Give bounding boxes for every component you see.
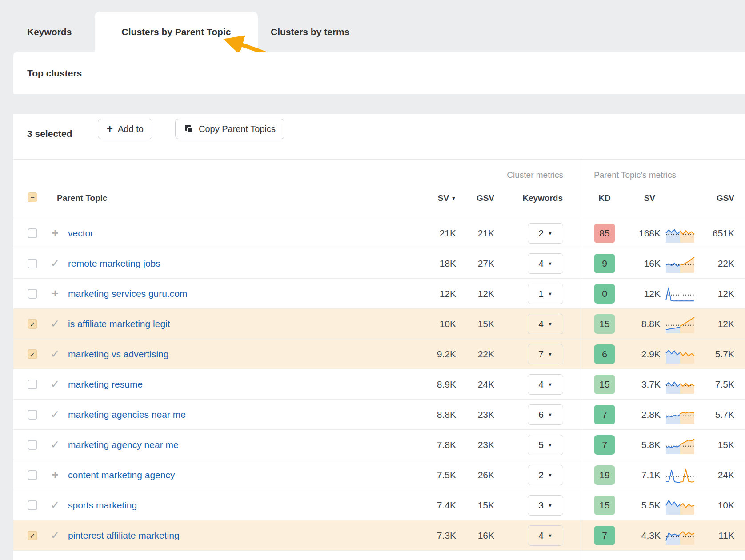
row-checkbox[interactable]: ✓ xyxy=(28,531,37,540)
keywords-count: 3 xyxy=(538,500,544,511)
parent-topic-link[interactable]: marketing agencies near me xyxy=(68,400,186,429)
keywords-count: 1 xyxy=(538,288,544,299)
selected-count: 3 selected xyxy=(27,128,72,139)
parent-gsv-value: 12K xyxy=(682,309,734,339)
copy-icon xyxy=(184,124,194,134)
parent-topic-link[interactable]: sports marketing xyxy=(68,490,137,520)
cluster-gsv-value: 27K xyxy=(445,248,494,278)
row-checkbox[interactable] xyxy=(28,440,37,450)
tab-keywords[interactable]: Keywords xyxy=(27,27,72,37)
keywords-dropdown[interactable]: 2 ▼ xyxy=(528,465,563,485)
parent-topic-link[interactable]: vector xyxy=(68,218,93,248)
parent-topic-link[interactable]: pinterest affiliate marketing xyxy=(68,520,180,550)
parent-topic-link[interactable]: remote marketing jobs xyxy=(68,248,160,278)
minus-icon: − xyxy=(30,194,34,201)
parent-topic-link[interactable]: is affiliate marketing legit xyxy=(68,309,170,339)
table-row: ✓ marketing agencies near me 8.8K 23K 6 … xyxy=(13,399,745,429)
keywords-dropdown[interactable]: 2 ▼ xyxy=(528,223,563,244)
tab-label: Clusters by Parent Topic xyxy=(122,27,231,37)
parent-gsv-value: 10K xyxy=(682,490,734,520)
keywords-count: 4 xyxy=(538,530,544,541)
check-icon[interactable]: ✓ xyxy=(48,248,62,278)
copy-parent-topics-button[interactable]: Copy Parent Topics xyxy=(175,119,284,139)
table-row: + content marketing agency 7.5K 26K 2 ▼ … xyxy=(13,460,745,490)
table-row: ✓ ✓ is affiliate marketing legit 10K 15K… xyxy=(13,308,745,339)
keywords-count: 7 xyxy=(538,349,544,360)
bulk-actions-toolbar: 3 selected + Add to Copy Parent Topics xyxy=(13,114,745,159)
column-header-kd[interactable]: KD xyxy=(594,193,615,203)
row-checkbox[interactable] xyxy=(28,289,37,299)
keywords-dropdown[interactable]: 7 ▼ xyxy=(528,344,563,364)
keywords-dropdown[interactable]: 4 ▼ xyxy=(528,253,563,274)
keywords-count: 4 xyxy=(538,319,544,329)
sort-desc-icon: ▼ xyxy=(451,196,456,201)
keywords-dropdown[interactable]: 5 ▼ xyxy=(528,435,563,455)
check-icon[interactable]: ✓ xyxy=(48,400,62,429)
keywords-dropdown[interactable]: 6 ▼ xyxy=(528,404,563,425)
column-header-parent-sv[interactable]: SV xyxy=(644,193,655,203)
metrics-divider xyxy=(580,159,580,560)
check-icon[interactable]: ✓ xyxy=(48,520,62,550)
cluster-gsv-value: 26K xyxy=(445,460,494,490)
parent-gsv-value: 12K xyxy=(682,279,734,308)
dropdown-arrow-icon: ▼ xyxy=(548,442,553,448)
page: Keywords Clusters by Parent Topic Cluste… xyxy=(0,0,745,560)
parent-topic-link[interactable]: content marketing agency xyxy=(68,460,175,490)
keywords-dropdown[interactable]: 4 ▼ xyxy=(528,374,563,395)
table-row: ✓ ✓ pinterest affiliate marketing 7.3K 1… xyxy=(13,520,745,550)
dropdown-arrow-icon: ▼ xyxy=(548,503,553,508)
row-checkbox[interactable] xyxy=(28,470,37,480)
tab-clusters-by-terms[interactable]: Clusters by terms xyxy=(271,27,349,37)
check-icon[interactable]: ✓ xyxy=(48,339,62,369)
cluster-gsv-value: 22K xyxy=(445,339,494,369)
table-row: ✓ sports marketing 7.4K 15K 3 ▼ 15 5.5K … xyxy=(13,490,745,520)
keywords-dropdown[interactable]: 1 ▼ xyxy=(528,284,563,304)
add-to-button[interactable]: + Add to xyxy=(98,119,152,139)
keywords-dropdown[interactable]: 3 ▼ xyxy=(528,495,563,516)
cluster-gsv-value: 16K xyxy=(445,520,494,550)
parent-sv-value: 4.3K xyxy=(612,520,661,550)
column-header-parent-gsv[interactable]: GSV xyxy=(717,193,734,203)
parent-topic-link[interactable]: marketing services guru.com xyxy=(68,279,187,308)
keywords-count: 4 xyxy=(538,379,544,390)
sv-label: SV xyxy=(438,193,449,203)
parent-sv-value: 168K xyxy=(612,218,661,248)
keywords-count: 6 xyxy=(538,409,544,420)
dropdown-arrow-icon: ▼ xyxy=(548,231,553,236)
table-row: + marketing services guru.com 12K 12K 1 … xyxy=(13,278,745,308)
select-all-checkbox[interactable]: − xyxy=(28,192,37,202)
tab-clusters-by-parent-topic[interactable]: Clusters by Parent Topic xyxy=(95,12,258,52)
check-icon[interactable]: ✓ xyxy=(48,430,62,460)
parent-topic-link[interactable]: marketing vs advertising xyxy=(68,339,168,369)
row-checkbox[interactable] xyxy=(28,500,37,510)
row-checkbox[interactable] xyxy=(28,410,37,420)
plus-icon: + xyxy=(107,124,113,134)
row-checkbox[interactable]: ✓ xyxy=(28,319,37,329)
keywords-dropdown[interactable]: 4 ▼ xyxy=(528,314,563,334)
column-header-keywords[interactable]: Keywords xyxy=(522,193,563,203)
row-checkbox[interactable]: ✓ xyxy=(28,349,37,359)
parent-sv-value: 3.7K xyxy=(612,369,661,399)
keywords-dropdown[interactable]: 4 ▼ xyxy=(528,525,563,546)
row-checkbox[interactable] xyxy=(28,380,37,389)
check-icon[interactable]: ✓ xyxy=(48,309,62,339)
parent-sv-value: 5.8K xyxy=(612,430,661,460)
parent-topic-link[interactable]: marketing resume xyxy=(68,369,143,399)
plus-icon[interactable]: + xyxy=(48,279,62,308)
row-checkbox[interactable] xyxy=(28,259,37,268)
clusters-panel: 3 selected + Add to Copy Parent Topics C… xyxy=(13,114,745,560)
plus-icon[interactable]: + xyxy=(48,218,62,248)
parent-topic-link[interactable]: marketing agency near me xyxy=(68,430,179,460)
check-icon[interactable]: ✓ xyxy=(48,369,62,399)
column-header-sv[interactable]: SV ▼ xyxy=(438,193,456,203)
table-row: ✓ marketing agency near me 7.8K 23K 5 ▼ … xyxy=(13,429,745,460)
plus-icon[interactable]: + xyxy=(48,460,62,490)
parent-sv-value: 16K xyxy=(612,248,661,278)
add-to-label: Add to xyxy=(118,124,144,134)
column-header-gsv[interactable]: GSV xyxy=(477,193,494,203)
parent-topic-metrics-group-header: Parent Topic's metrics xyxy=(594,170,676,180)
row-checkbox[interactable] xyxy=(28,228,37,238)
check-icon[interactable]: ✓ xyxy=(48,490,62,520)
check-icon: ✓ xyxy=(30,532,36,539)
cluster-gsv-value: 23K xyxy=(445,400,494,429)
